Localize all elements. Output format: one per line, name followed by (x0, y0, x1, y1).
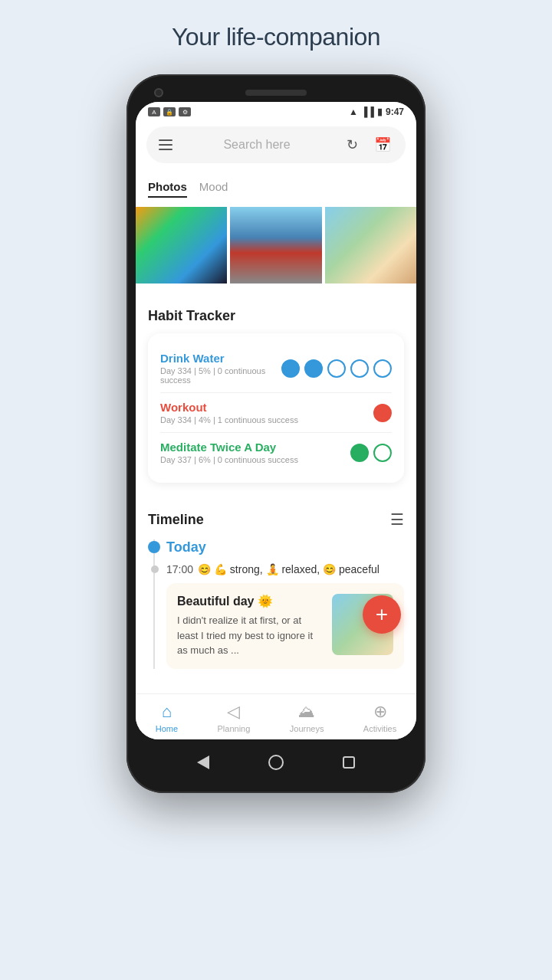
search-placeholder: Search here (180, 138, 334, 152)
circle-3[interactable] (327, 359, 346, 378)
nav-label-activities: Activities (363, 724, 396, 733)
back-button[interactable] (192, 752, 214, 773)
media-tabs: Photos Mood (136, 171, 416, 204)
recents-button[interactable] (338, 752, 360, 773)
time-dot (151, 565, 159, 573)
habit-info-workout: Workout Day 334 | 4% | 1 continuous succ… (160, 401, 298, 424)
nav-label-planning: Planning (218, 724, 251, 733)
phone-screen: DEBUG A 🔒 ⚙ ▲ ▐▐ ▮ 9:47 Search here (136, 102, 416, 739)
search-bar: Search here ↻ 📅 (136, 120, 416, 171)
habit-info-meditate: Meditate Twice A Day Day 337 | 6% | 0 co… (160, 441, 298, 464)
nav-item-home[interactable]: ⌂ Home (156, 702, 178, 733)
photo-thumb-3[interactable] (325, 207, 416, 284)
habit-circles-drink-water (281, 359, 392, 378)
menu-button[interactable] (159, 139, 172, 150)
timeline-line (153, 539, 155, 669)
timeline-title: Timeline (148, 512, 204, 528)
nav-item-planning[interactable]: ◁ Planning (218, 702, 251, 733)
today-label: Today (166, 539, 404, 556)
timeline-time-row: 17:00 😊 💪 strong, 🧘 relaxed, 😊 peaceful (166, 563, 404, 575)
nav-label-journeys: Journeys (290, 724, 324, 733)
signal-icon: ▐▐ (361, 107, 374, 117)
entry-time: 17:00 (166, 563, 193, 575)
status-bar: A 🔒 ⚙ ▲ ▐▐ ▮ 9:47 (136, 102, 416, 120)
planning-icon: ◁ (227, 702, 240, 722)
habit-tracker-section: Habit Tracker Drink Water Day 334 | 5% |… (136, 297, 416, 493)
nav-item-activities[interactable]: ⊕ Activities (363, 702, 396, 733)
journeys-icon: ⛰ (298, 702, 315, 722)
circle-workout-1[interactable] (373, 404, 392, 422)
page-title: Your life-companion (172, 23, 380, 51)
habit-name-drink-water: Drink Water (160, 352, 281, 365)
filter-button[interactable]: ☰ (390, 510, 404, 529)
habit-circles-meditate (350, 444, 392, 462)
mood-text: 😊 💪 strong, 🧘 relaxed, 😊 peaceful (198, 563, 380, 575)
timeline-section: Timeline ☰ Today 17:00 😊 💪 strong, 🧘 rel… (136, 500, 416, 687)
journal-excerpt: I didn't realize it at first, or at leas… (177, 613, 323, 658)
circle-2[interactable] (304, 359, 323, 378)
tab-photos[interactable]: Photos (148, 180, 187, 198)
search-actions: ↻ 📅 (341, 134, 393, 156)
home-button[interactable] (265, 752, 287, 773)
circle-4[interactable] (350, 359, 369, 378)
habit-name-meditate: Meditate Twice A Day (160, 441, 298, 454)
habit-meta-meditate: Day 337 | 6% | 0 continuous success (160, 455, 298, 464)
refresh-button[interactable]: ↻ (341, 134, 363, 156)
timeline-header: Timeline ☰ (148, 510, 404, 529)
tab-mood[interactable]: Mood (199, 180, 228, 198)
activities-icon: ⊕ (373, 702, 387, 722)
habit-circles-workout (373, 404, 392, 422)
settings-icon: ⚙ (179, 107, 191, 116)
wifi-icon: ▲ (349, 107, 358, 117)
photo-thumb-2[interactable] (230, 207, 321, 284)
content-area: Photos Mood (136, 171, 416, 291)
today-dot (148, 541, 160, 553)
battery-icon: ▮ (377, 107, 383, 117)
phone-speaker (245, 90, 307, 96)
search-input-container[interactable]: Search here ↻ 📅 (146, 126, 406, 163)
phone-frame: DEBUG A 🔒 ⚙ ▲ ▐▐ ▮ 9:47 Search here (127, 74, 426, 793)
habit-meta-workout: Day 334 | 4% | 1 continuous success (160, 415, 298, 424)
time-display: 9:47 (386, 107, 404, 117)
habit-tracker-title: Habit Tracker (148, 308, 404, 324)
home-icon: ⌂ (162, 702, 172, 722)
habit-card: Drink Water Day 334 | 5% | 0 continuous … (148, 333, 404, 483)
circle-1[interactable] (281, 359, 300, 378)
fab-add-button[interactable]: + (363, 595, 401, 634)
habit-item-meditate[interactable]: Meditate Twice A Day Day 337 | 6% | 0 co… (160, 433, 392, 472)
phone-camera (154, 88, 163, 97)
habit-meta-drink-water: Day 334 | 5% | 0 continuous success (160, 366, 281, 385)
keyboard-icon: A (148, 107, 160, 116)
photo-strip (136, 204, 416, 291)
lock-icon: 🔒 (163, 107, 176, 116)
habit-name-workout: Workout (160, 401, 298, 414)
habit-info-drink-water: Drink Water Day 334 | 5% | 0 continuous … (160, 352, 281, 385)
nav-item-journeys[interactable]: ⛰ Journeys (290, 702, 324, 733)
calendar-button[interactable]: 📅 (372, 134, 393, 156)
circle-meditate-1[interactable] (350, 444, 369, 462)
habit-item-workout[interactable]: Workout Day 334 | 4% | 1 continuous succ… (160, 393, 392, 433)
circle-5[interactable] (373, 359, 392, 378)
photo-thumb-1[interactable] (136, 207, 227, 284)
phone-nav-bar (136, 742, 416, 778)
journal-text: Beautiful day 🌞 I didn't realize it at f… (177, 594, 323, 658)
habit-item-drink-water[interactable]: Drink Water Day 334 | 5% | 0 continuous … (160, 344, 392, 393)
nav-label-home: Home (156, 724, 178, 733)
bottom-nav: ⌂ Home ◁ Planning ⛰ Journeys ⊕ Activitie… (136, 693, 416, 739)
status-left: A 🔒 ⚙ (148, 107, 191, 116)
circle-meditate-2[interactable] (373, 444, 392, 462)
phone-top-bar (136, 90, 416, 96)
status-right: ▲ ▐▐ ▮ 9:47 (349, 107, 404, 117)
journal-title: Beautiful day 🌞 (177, 594, 323, 608)
